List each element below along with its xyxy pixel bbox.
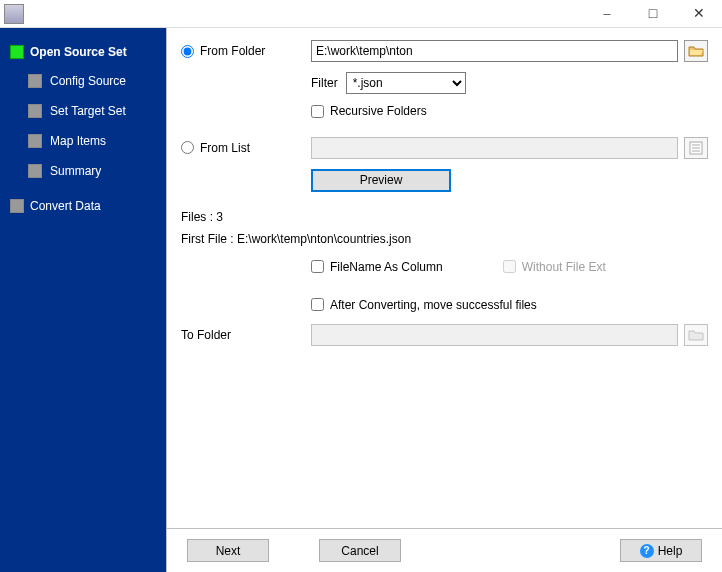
list-icon [688,140,704,156]
from-list-text: From List [200,141,250,155]
filename-as-column-text: FileName As Column [330,260,443,274]
minimize-button[interactable]: – [584,0,630,28]
recursive-folders-checkbox[interactable] [311,105,324,118]
nav-open-source-set[interactable]: Open Source Set [0,38,166,66]
browse-list-button[interactable] [684,137,708,159]
nav-label: Set Target Set [50,104,126,118]
preview-button[interactable]: Preview [311,169,451,192]
wizard-footer: Next Cancel ? Help [167,528,722,572]
nav-label: Open Source Set [30,45,127,59]
nav-label: Summary [50,164,101,178]
next-button[interactable]: Next [187,539,269,562]
files-count-label: Files : 3 [181,210,708,224]
without-ext-text: Without File Ext [522,260,606,274]
after-converting-checkbox[interactable] [311,298,324,311]
filter-label: Filter [311,76,338,90]
after-converting-text: After Converting, move successful files [330,298,537,312]
without-file-ext-label: Without File Ext [503,260,606,274]
recursive-text: Recursive Folders [330,104,427,118]
filter-combo[interactable]: *.json [346,72,466,94]
cancel-button[interactable]: Cancel [319,539,401,562]
from-folder-radio[interactable] [181,45,194,58]
nav-map-items[interactable]: Map Items [0,126,166,156]
nav-label: Convert Data [30,199,101,213]
from-list-radio-label[interactable]: From List [181,141,250,155]
close-button[interactable]: ✕ [676,0,722,28]
from-list-radio[interactable] [181,141,194,154]
help-button[interactable]: ? Help [620,539,702,562]
folder-open-icon [688,43,704,59]
help-text: Help [658,544,683,558]
after-converting-label[interactable]: After Converting, move successful files [311,298,537,312]
nav-set-target-set[interactable]: Set Target Set [0,96,166,126]
first-file-label: First File : E:\work\temp\nton\countries… [181,232,708,246]
from-folder-text: From Folder [200,44,265,58]
filename-as-column-checkbox[interactable] [311,260,324,273]
from-list-input [311,137,678,159]
to-folder-input [311,324,678,346]
titlebar: – □ ✕ [0,0,722,28]
nav-config-source[interactable]: Config Source [0,66,166,96]
without-file-ext-checkbox [503,260,516,273]
content-panel: From Folder Filter *.json [167,28,722,528]
filename-as-column-label[interactable]: FileName As Column [311,260,443,274]
recursive-folders-label[interactable]: Recursive Folders [311,104,427,118]
from-folder-radio-label[interactable]: From Folder [181,44,265,58]
nav-convert-data[interactable]: Convert Data [0,192,166,220]
wizard-nav: Open Source Set Config Source Set Target… [0,28,166,572]
help-icon: ? [640,544,654,558]
nav-label: Map Items [50,134,106,148]
nav-label: Config Source [50,74,126,88]
browse-to-folder-button[interactable] [684,324,708,346]
app-icon [4,4,24,24]
maximize-button[interactable]: □ [630,0,676,28]
from-folder-input[interactable] [311,40,678,62]
folder-icon [688,327,704,343]
to-folder-label: To Folder [181,328,231,342]
browse-folder-button[interactable] [684,40,708,62]
nav-summary[interactable]: Summary [0,156,166,186]
